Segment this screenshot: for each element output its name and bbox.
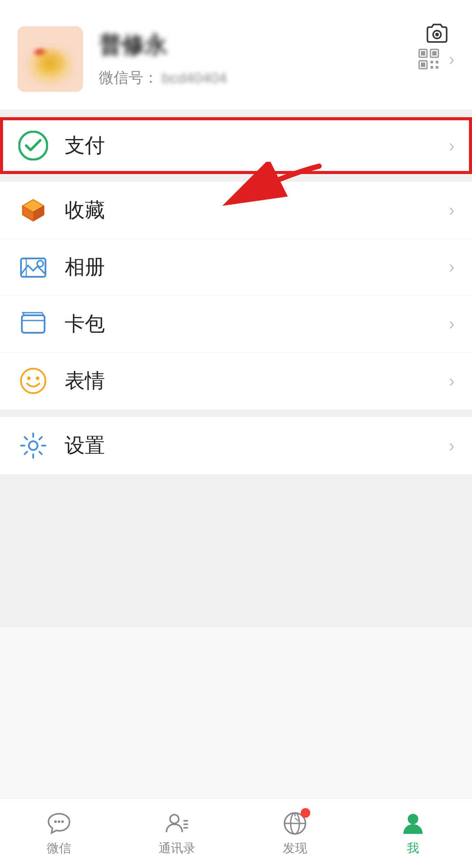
me-icon bbox=[400, 810, 426, 837]
stickers-icon bbox=[17, 365, 49, 397]
section-divider-3 bbox=[0, 409, 472, 417]
tab-wechat-label: 微信 bbox=[47, 840, 71, 857]
favorites-chevron-icon: › bbox=[449, 200, 455, 220]
tab-contacts[interactable]: 通讯录 bbox=[118, 798, 236, 868]
menu-section-2: 收藏 › 相册 › bbox=[0, 182, 472, 409]
svg-point-50 bbox=[408, 814, 418, 824]
svg-point-25 bbox=[21, 369, 45, 393]
qr-code-icon bbox=[417, 48, 440, 70]
tab-bar: 微信 通讯录 发现 bbox=[0, 798, 472, 868]
wechat-id-value: bcd40404 bbox=[162, 70, 227, 87]
discover-icon bbox=[282, 810, 308, 837]
stickers-chevron-icon: › bbox=[449, 371, 455, 391]
profile-info: 普修永 微信号： bcd40404 bbox=[99, 30, 402, 88]
chat-icon bbox=[46, 810, 72, 837]
wallet-label: 卡包 bbox=[65, 310, 449, 338]
svg-rect-3 bbox=[421, 51, 425, 56]
svg-line-33 bbox=[24, 437, 27, 439]
album-chevron-icon: › bbox=[449, 257, 455, 277]
svg-rect-8 bbox=[430, 61, 433, 63]
discover-badge bbox=[301, 808, 310, 818]
payment-label: 支付 bbox=[65, 132, 449, 159]
payment-icon bbox=[17, 130, 49, 161]
svg-point-40 bbox=[61, 820, 64, 823]
svg-line-49 bbox=[295, 818, 298, 821]
profile-wechat-id: 微信号： bcd40404 bbox=[99, 68, 402, 88]
bottom-space bbox=[0, 474, 472, 627]
camera-icon bbox=[424, 22, 450, 44]
svg-point-38 bbox=[54, 820, 57, 823]
svg-point-1 bbox=[435, 33, 439, 36]
profile-right[interactable]: › bbox=[417, 48, 455, 70]
svg-rect-11 bbox=[436, 66, 438, 69]
profile-chevron-icon: › bbox=[449, 50, 455, 68]
settings-chevron-icon: › bbox=[449, 436, 455, 456]
album-label: 相册 bbox=[65, 254, 449, 281]
svg-rect-9 bbox=[436, 61, 438, 63]
svg-rect-5 bbox=[432, 51, 437, 56]
svg-point-27 bbox=[36, 376, 39, 380]
camera-button[interactable] bbox=[424, 22, 450, 45]
tab-wechat[interactable]: 微信 bbox=[0, 798, 118, 868]
svg-line-34 bbox=[39, 452, 42, 454]
wallet-chevron-icon: › bbox=[449, 314, 455, 334]
settings-icon bbox=[17, 430, 49, 461]
svg-point-22 bbox=[37, 261, 43, 267]
wechat-id-prefix: 微信号： bbox=[99, 68, 158, 88]
menu-section-3: 设置 › bbox=[0, 417, 472, 474]
menu-item-settings[interactable]: 设置 › bbox=[0, 417, 472, 474]
favorites-label: 收藏 bbox=[65, 197, 449, 224]
payment-chevron-icon: › bbox=[449, 136, 455, 156]
contacts-icon bbox=[164, 810, 190, 837]
tab-me[interactable]: 我 bbox=[354, 798, 472, 868]
tab-discover-label: 发现 bbox=[283, 840, 307, 857]
svg-point-26 bbox=[27, 376, 31, 380]
menu-item-stickers[interactable]: 表情 › bbox=[0, 352, 472, 409]
menu-item-payment[interactable]: 支付 › bbox=[0, 117, 472, 174]
section-divider bbox=[0, 109, 472, 117]
menu-item-wallet[interactable]: 卡包 › bbox=[0, 296, 472, 352]
svg-rect-7 bbox=[421, 63, 425, 67]
svg-point-39 bbox=[58, 820, 60, 823]
profile-section: 普修永 微信号： bcd40404 › bbox=[0, 0, 472, 109]
tab-me-label: 我 bbox=[407, 840, 419, 857]
tab-contacts-label: 通讯录 bbox=[159, 840, 195, 857]
tab-discover[interactable]: 发现 bbox=[236, 798, 354, 868]
svg-rect-10 bbox=[430, 66, 433, 69]
avatar bbox=[17, 26, 83, 92]
stickers-label: 表情 bbox=[65, 367, 449, 394]
album-icon bbox=[17, 251, 49, 283]
svg-point-28 bbox=[29, 441, 38, 450]
section-divider-2 bbox=[0, 174, 472, 182]
svg-line-36 bbox=[24, 452, 27, 454]
wallet-icon bbox=[17, 308, 49, 340]
menu-item-favorites[interactable]: 收藏 › bbox=[0, 182, 472, 239]
favorites-icon bbox=[17, 195, 49, 226]
menu-item-album[interactable]: 相册 › bbox=[0, 239, 472, 296]
svg-point-41 bbox=[170, 815, 179, 823]
profile-row[interactable]: 普修永 微信号： bcd40404 › bbox=[17, 26, 455, 92]
svg-line-35 bbox=[39, 437, 42, 439]
settings-label: 设置 bbox=[65, 432, 449, 459]
profile-name: 普修永 bbox=[99, 30, 402, 61]
menu-section-payment: 支付 › bbox=[0, 117, 472, 174]
